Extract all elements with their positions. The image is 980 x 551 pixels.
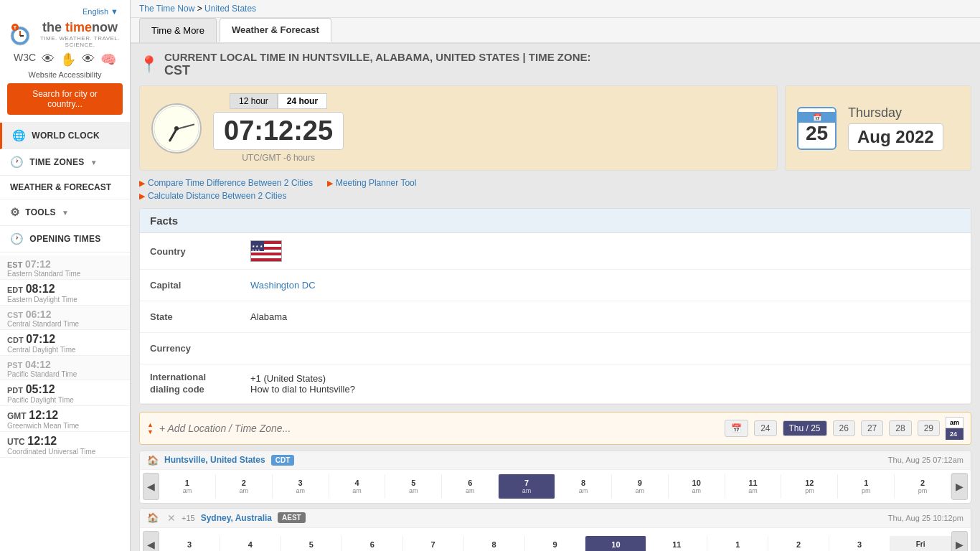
hour-cell: Fri <box>890 536 951 551</box>
tab-weather-forecast[interactable]: Weather & Forecast <box>220 18 331 42</box>
lang-label: English <box>83 7 108 16</box>
right-links: ▶ Meeting Planner Tool <box>327 178 417 188</box>
brain-icon: 🧠 <box>100 52 116 67</box>
close-sydney-button[interactable]: ✕ <box>167 512 176 524</box>
header-title: CURRENT LOCAL TIME IN HUNTSVILLE, ALABAM… <box>164 51 519 63</box>
next-arrow-huntsville[interactable]: ▶ <box>951 473 968 500</box>
date-29-button[interactable]: 29 <box>918 420 940 436</box>
sidebar-item-world-clock[interactable]: 🌐 WORLD CLOCK <box>0 123 130 149</box>
tz-edt[interactable]: EDT 08:12 Eastern Daylight Time <box>0 280 130 306</box>
hour-cell-current-sydney: 10 <box>585 536 646 551</box>
hour-cell: 9am <box>612 474 669 499</box>
tz-gmt[interactable]: GMT 12:12 Greenwich Mean Time <box>0 406 130 432</box>
clock-panel: 12 hour 24 hour 07:12:25 UTC/GMT -6 hour… <box>139 85 778 171</box>
sidebar: English ▼ T the timenow TIME. WEATHER. T… <box>0 0 131 551</box>
arrow-icon: ▶ <box>139 179 145 188</box>
calendar-day-number: 25 <box>806 123 828 145</box>
hour-cell: 1pm <box>838 474 895 499</box>
calendar-button[interactable]: 📅 <box>725 420 748 437</box>
huntsville-link[interactable]: Huntsville, United States <box>164 455 265 465</box>
facts-label-state: State <box>150 311 250 322</box>
sidebar-item-weather[interactable]: WEATHER & FORECAST <box>0 176 130 199</box>
digital-clock-panel: 12 hour 24 hour 07:12:25 UTC/GMT -6 hour… <box>213 93 344 163</box>
calendar-top-bar: 📅 <box>798 112 835 123</box>
date-24-button[interactable]: 24 <box>754 420 776 436</box>
hour-cell: 11am <box>725 474 782 499</box>
timezone-value: CST <box>164 63 190 77</box>
tab-time-more[interactable]: Time & More <box>139 18 217 42</box>
arrow-icon-2: ▶ <box>139 192 145 201</box>
sydney-timestamp: Thu, Aug 25 10:12pm <box>888 514 963 522</box>
hour-cell: 10am <box>669 474 725 499</box>
wsc-icon: W3C <box>14 52 36 67</box>
24hour-button[interactable]: 24 hour <box>278 93 327 109</box>
facts-label-capital: Capital <box>150 280 250 291</box>
nav-label-tools: TOOLS <box>25 207 56 217</box>
gear-icon: ⚙ <box>10 206 19 219</box>
12hour-button[interactable]: 12 hour <box>230 93 278 109</box>
hour-cell: 12pm <box>781 474 838 499</box>
tz-cdt[interactable]: CDT 07:12 Central Daylight Time <box>0 330 130 356</box>
date-27-button[interactable]: 27 <box>861 420 883 436</box>
hour-cell: 2pm <box>895 474 951 499</box>
search-button[interactable]: Search for city or country... <box>7 83 123 115</box>
month-year-display: Aug 2022 <box>848 123 943 151</box>
nav-label-world-clock: WORLD CLOCK <box>32 131 100 141</box>
hour-cell: 3 <box>159 536 220 551</box>
hour-cell: 5 <box>281 536 342 551</box>
prev-arrow-sydney[interactable]: ◀ <box>143 531 159 551</box>
city-row-header-huntsville: 🏠 Huntsville, United States CDT Thu, Aug… <box>140 451 971 470</box>
accessibility-icons: W3C 👁 ✋ 👁 🧠 <box>7 52 123 67</box>
date-26-button[interactable]: 26 <box>833 420 855 436</box>
pm-option[interactable]: 24 <box>946 428 963 440</box>
date-28-button[interactable]: 28 <box>889 420 911 436</box>
huntsville-timestamp: Thu, Aug 25 07:12am <box>888 456 963 464</box>
digital-time-display: 07:12:25 <box>213 112 344 150</box>
am-pm-toggle[interactable]: am 24 <box>946 417 963 440</box>
prev-arrow-huntsville[interactable]: ◀ <box>143 473 159 500</box>
tz-cst[interactable]: CST 06:12 Central Standard Time <box>0 306 130 330</box>
left-links: ▶ Compare Time Difference Between 2 Citi… <box>139 178 313 201</box>
content-area: 📍 CURRENT LOCAL TIME IN HUNTSVILLE, ALAB… <box>131 44 980 551</box>
add-location-arrows[interactable]: ▲▼ <box>147 421 154 435</box>
nav-label-time-zones: TIME ZONES <box>29 157 84 167</box>
day-name: Thursday <box>848 105 943 121</box>
compare-cities-link[interactable]: ▶ Compare Time Difference Between 2 Citi… <box>139 178 313 188</box>
am-option[interactable]: am <box>946 417 963 428</box>
facts-value-state: Alabama <box>250 311 287 322</box>
hour-cell: 6 <box>342 536 403 551</box>
tz-utc[interactable]: UTC 12:12 Coordinated Universal Time <box>0 432 130 458</box>
timezone-list: EST 07:12 Eastern Standard Time EDT 08:1… <box>0 253 130 461</box>
breadcrumb-location-link[interactable]: United States <box>204 4 256 14</box>
facts-row-currency: Currency <box>140 333 971 364</box>
accessibility-label: Website Accessibility <box>7 70 123 79</box>
timezone-label: TIME ZONE: <box>529 51 591 63</box>
sidebar-item-opening-times[interactable]: 🕐 OPENING TIMES <box>0 226 130 253</box>
meeting-planner-link[interactable]: ▶ Meeting Planner Tool <box>327 178 417 188</box>
analog-clock <box>151 103 202 154</box>
add-location-input[interactable] <box>159 423 719 434</box>
facts-label-country: Country <box>150 246 250 257</box>
tz-est[interactable]: EST 07:12 Eastern Standard Time <box>0 255 130 280</box>
facts-row-capital: Capital Washington DC <box>140 270 971 301</box>
cdt-badge: CDT <box>271 455 295 466</box>
facts-value-capital[interactable]: Washington DC <box>250 280 316 291</box>
sydney-link[interactable]: Sydney, Australia <box>201 513 272 523</box>
hour-cell: 4 <box>220 536 281 551</box>
next-arrow-sydney[interactable]: ▶ <box>951 531 968 551</box>
sidebar-item-tools[interactable]: ⚙ TOOLS ▼ <box>0 199 130 226</box>
how-to-dial-link[interactable]: How to dial to Huntsville? <box>250 384 355 395</box>
facts-header: Facts <box>140 209 971 233</box>
distance-link[interactable]: ▶ Calculate Distance Between 2 Cities <box>139 191 313 201</box>
tz-pst[interactable]: PST 04:12 Pacific Standard Time <box>0 356 130 380</box>
city-row-header-sydney: 🏠 ✕ +15 Sydney, Australia AEST Thu, Aug … <box>140 509 971 528</box>
location-title-text: CURRENT LOCAL TIME IN HUNTSVILLE, ALABAM… <box>164 51 590 78</box>
us-flag-icon: ★ ★ ★ ★★★ <box>250 240 282 262</box>
lang-selector[interactable]: English ▼ <box>7 7 123 16</box>
tz-pdt[interactable]: PDT 05:12 Pacific Daylight Time <box>0 380 130 406</box>
svg-text:★★★: ★★★ <box>252 248 260 252</box>
date-thu25-button[interactable]: Thu / 25 <box>783 420 827 436</box>
breadcrumb-site-link[interactable]: The Time Now <box>139 4 194 14</box>
sidebar-item-time-zones[interactable]: 🕐 TIME ZONES ▼ <box>0 149 130 176</box>
hour-cell: 7 <box>403 536 464 551</box>
